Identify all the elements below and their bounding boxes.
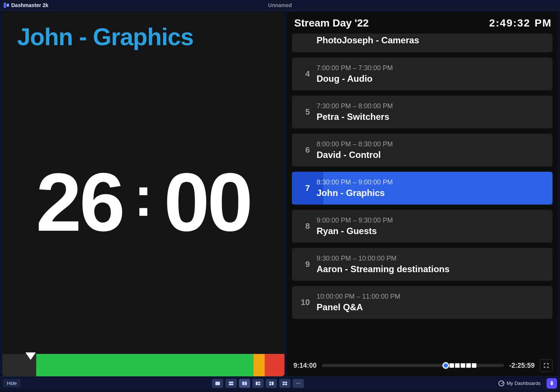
svg-rect-14 [285,383,287,385]
bottombar-left: Hide [3,379,21,388]
schedule-title: Stream Day '22 [294,17,369,29]
bottombar-right: My Dashboards [495,378,557,389]
layout-icon [295,380,302,386]
svg-rect-13 [283,383,284,385]
svg-rect-0 [215,382,220,385]
svg-rect-10 [272,382,274,385]
svg-rect-5 [256,382,258,385]
svg-rect-11 [283,382,284,383]
schedule-item-time: 7:00:00 PM – 7:30:00 PM [317,64,393,72]
svg-point-17 [299,383,300,383]
schedule-item[interactable]: 57:30:00 PM – 8:00:00 PMPetra - Switcher… [292,96,553,128]
schedule-item[interactable]: 78:30:00 PM – 9:00:00 PMJohn - Graphics [292,172,553,205]
fullscreen-button[interactable] [540,359,553,372]
schedule-item-body: 8:00:00 PM – 8:30:00 PMDavid - Control [317,140,393,160]
svg-rect-6 [258,382,260,383]
schedule-header: Stream Day '22 2:49:32 PM [292,17,554,34]
schedule-item-name: Doug - Audio [317,74,393,84]
more-layouts-button[interactable] [293,379,304,388]
titlebar: Dashmaster 2k Unnamed [0,0,560,10]
schedule-item-body: 9:30:00 PM – 10:00:00 PMAaron - Streamin… [317,255,449,274]
schedule-item-body: PhotoJoseph - Cameras [317,35,419,46]
layout-option-button[interactable] [279,379,290,388]
timer-minutes: 26 [36,155,123,250]
schedule-item-time: 8:00:00 PM – 8:30:00 PM [317,140,393,148]
schedule-item[interactable]: 47:00:00 PM – 7:30:00 PMDoug - Audio [292,57,553,90]
segment-timeline[interactable] [2,354,284,376]
schedule-item-name: Aaron - Streaming destinations [317,264,449,274]
schedule-item-number: 4 [299,69,310,79]
playhead-knob[interactable] [442,362,449,369]
launch-button[interactable] [547,378,557,389]
timeline-segment-red [265,354,284,376]
schedule-footer: 9:14:00 -2:25:59 [292,354,554,373]
schedule-item-name: David - Control [317,150,393,160]
schedule-item-body: 8:30:00 PM – 9:00:00 PMJohn - Graphics [317,178,393,198]
schedule-list[interactable]: 3PhotoJoseph - Cameras47:00:00 PM – 7:30… [292,34,554,354]
svg-rect-3 [242,382,244,385]
schedule-item-number: 6 [299,145,310,155]
schedule-item-name: John - Graphics [317,188,393,198]
timeline-segment-yellow [253,354,265,376]
playhead-remaining: -2:25:59 [509,362,535,370]
schedule-item-number: 10 [299,298,310,307]
layout-icon [254,380,262,386]
schedule-item-number: 8 [299,221,310,231]
schedule-item[interactable]: 89:00:00 PM – 9:30:00 PMRyan - Guests [292,210,553,243]
wall-clock: 2:49:32 PM [489,17,552,29]
schedule-item-name: Panel Q&A [317,302,400,312]
schedule-item-time: 10:00:00 PM – 11:00:00 PM [317,293,400,301]
schedule-item[interactable]: 99:30:00 PM – 10:00:00 PMAaron - Streami… [292,248,553,281]
timer-seconds: 00 [164,155,251,250]
layout-option-button[interactable] [225,379,237,388]
my-dashboards-label: My Dashboards [507,380,541,386]
bottom-toolbar: Hide My Dashboards [0,376,560,390]
schedule-item-name: PhotoJoseph - Cameras [317,35,419,46]
schedule-item-number: 9 [299,259,310,269]
svg-rect-2 [229,383,233,385]
schedule-item-number: 7 [299,183,310,193]
app-logo-icon [4,3,9,8]
svg-rect-4 [245,382,247,385]
playhead-track[interactable] [322,364,504,367]
hide-button[interactable]: Hide [3,379,21,388]
schedule-item-time: 9:00:00 PM – 9:30:00 PM [317,217,393,224]
schedule-item-time: 9:30:00 PM – 10:00:00 PM [317,255,449,262]
app-name: Dashmaster 2k [11,2,49,8]
playhead-elapsed: 9:14:00 [293,362,317,370]
layout-option-button[interactable] [239,379,250,388]
schedule-item[interactable]: 3PhotoJoseph - Cameras [292,34,553,52]
layout-icon [227,380,235,386]
layout-icon [281,380,289,386]
fullscreen-icon [543,363,549,368]
layout-icon [214,380,221,386]
my-dashboards-link[interactable]: My Dashboards [495,379,544,388]
schedule-item-body: 7:30:00 PM – 8:00:00 PMPetra - Switchers [317,102,393,122]
layout-option-button[interactable] [212,379,223,388]
layout-option-button[interactable] [252,379,264,388]
layout-button-group [212,379,304,388]
schedule-item-time: 7:30:00 PM – 8:00:00 PM [317,102,393,110]
app-brand[interactable]: Dashmaster 2k [4,2,49,8]
document-title: Unnamed [0,2,560,8]
schedule-item-body: 9:00:00 PM – 9:30:00 PMRyan - Guests [317,217,393,236]
schedule-item-time: 8:30:00 PM – 9:00:00 PM [317,178,393,186]
svg-rect-12 [285,382,287,383]
svg-rect-8 [269,382,271,383]
schedule-item[interactable]: 68:00:00 PM – 8:30:00 PMDavid - Control [292,134,553,167]
schedule-item[interactable]: 1010:00:00 PM – 11:00:00 PMPanel Q&A [292,286,553,319]
timeline-segment-green [36,354,253,376]
schedule-panel: Stream Day '22 2:49:32 PM 3PhotoJoseph -… [287,12,558,376]
schedule-item-name: Ryan - Guests [317,226,393,236]
timer-colon: : [134,164,153,229]
playhead-ticks [449,363,476,368]
svg-rect-7 [258,383,260,385]
timeline-playhead-icon[interactable] [25,352,36,360]
countdown-timer: 26 : 00 [2,51,284,354]
layout-icon [268,380,275,386]
current-segment-title: John - Graphics [2,12,284,51]
layout-option-button[interactable] [266,379,277,388]
schedule-item-name: Petra - Switchers [317,112,393,122]
rocket-icon [549,380,555,386]
svg-point-15 [296,383,297,383]
